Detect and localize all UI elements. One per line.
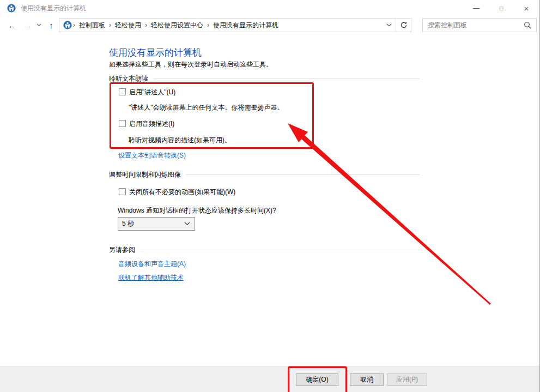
address-bar[interactable]: › 控制面板 › 轻松使用 › 轻松使用设置中心 › 使用没有显示的计算机 — [59, 18, 411, 32]
cancel-button[interactable]: 取消 — [350, 373, 384, 386]
window-title: 使用没有显示的计算机 — [21, 4, 86, 13]
animations-checkbox-row: 关闭所有不必要的动画(如果可能)(W) — [119, 188, 235, 197]
breadcrumb-chevron-icon: › — [144, 21, 148, 29]
forward-icon: → — [24, 21, 32, 30]
annotation-arrow — [0, 0, 540, 392]
maximize-button[interactable]: □ — [489, 0, 514, 16]
ease-of-access-icon — [7, 4, 16, 13]
section-hear-text: 聆听文本朗读 — [109, 74, 420, 83]
chevron-down-icon — [37, 23, 41, 27]
control-panel-window: 使用没有显示的计算机 — □ × ← → ↑ › 控制面板 › 轻松使用 › 轻… — [0, 0, 540, 392]
window-controls: — □ × — [464, 0, 539, 16]
search-box — [422, 18, 537, 32]
audio-description-checkbox-row: 启用音频描述(I) — [119, 119, 174, 129]
breadcrumb-chevron-icon: › — [72, 21, 76, 29]
forward-button[interactable]: → — [21, 18, 35, 32]
narrator-checkbox[interactable] — [119, 88, 126, 95]
animations-checkbox-label[interactable]: 关闭所有不必要的动画(如果可能)(W) — [129, 188, 235, 197]
section-see-also-header: 另请参阅 — [109, 245, 135, 255]
animations-checkbox[interactable] — [119, 188, 126, 195]
breadcrumb-item-ease-of-access[interactable]: 轻松使用 — [112, 21, 144, 30]
search-input[interactable] — [423, 21, 524, 29]
ease-of-access-icon — [63, 21, 72, 29]
section-hear-text-header: 聆听文本朗读 — [109, 74, 148, 83]
breadcrumb-chevron-icon: › — [108, 21, 112, 29]
refresh-button[interactable] — [396, 19, 411, 32]
maximize-icon: □ — [500, 5, 503, 11]
minimize-button[interactable]: — — [464, 0, 489, 16]
chevron-down-icon — [386, 23, 392, 27]
minimize-icon: — — [473, 4, 480, 12]
audio-devices-link[interactable]: 音频设备和声音主题(A) — [118, 260, 186, 269]
text-to-speech-link[interactable]: 设置文本到语音转换(S) — [118, 151, 186, 160]
close-icon: × — [524, 4, 529, 13]
audio-description-checkbox-label[interactable]: 启用音频描述(I) — [129, 119, 174, 129]
recent-pages-button[interactable] — [35, 18, 43, 32]
section-time-limits-header: 调整时间限制和闪烁图像 — [109, 170, 181, 179]
notification-duration-value: 5 秒 — [118, 219, 184, 228]
up-icon: ↑ — [49, 21, 53, 30]
search-icon — [524, 21, 532, 29]
notification-duration-question: Windows 通知对话框的打开状态应该保持多长时间(X)? — [118, 206, 276, 215]
section-divider — [140, 250, 420, 250]
ok-button[interactable]: 确定(O) — [296, 373, 338, 386]
audio-description-checkbox[interactable] — [119, 120, 126, 127]
assistive-technologies-online-link[interactable]: 联机了解其他辅助技术 — [118, 273, 184, 282]
footer-bar — [0, 366, 539, 392]
up-button[interactable]: ↑ — [45, 18, 58, 32]
apply-button[interactable]: 应用(P) — [387, 373, 427, 386]
section-time-limits: 调整时间限制和闪烁图像 — [109, 170, 420, 179]
title-bar: 使用没有显示的计算机 — □ × — [0, 0, 539, 16]
breadcrumb-item-current-page[interactable]: 使用没有显示的计算机 — [210, 21, 281, 30]
refresh-icon — [400, 21, 408, 29]
page-title: 使用没有显示的计算机 — [109, 46, 202, 59]
breadcrumb-item-ease-of-access-center[interactable]: 轻松使用设置中心 — [148, 21, 206, 30]
back-icon: ← — [8, 21, 16, 30]
section-divider — [186, 174, 420, 175]
narrator-checkbox-label[interactable]: 启用"讲述人"(U) — [129, 88, 175, 97]
section-see-also: 另请参阅 — [109, 245, 420, 255]
page-subtitle: 如果选择这些工具，则在每次登录时自动启动这些工具。 — [109, 60, 272, 69]
close-button[interactable]: × — [514, 0, 539, 16]
back-button[interactable]: ← — [4, 18, 20, 32]
narrator-checkbox-row: 启用"讲述人"(U) — [119, 88, 175, 97]
section-divider — [153, 79, 420, 79]
chevron-down-icon — [184, 222, 190, 226]
notification-duration-select[interactable]: 5 秒 — [118, 217, 195, 231]
audio-description-description: 聆听对视频内容的描述(如果可用)。 — [129, 136, 231, 145]
breadcrumb-chevron-icon: › — [206, 21, 210, 29]
narrator-description: "讲述人"会朗读屏幕上的任何文本。你将需要扬声器。 — [129, 103, 284, 112]
address-dropdown-button[interactable] — [383, 19, 396, 32]
breadcrumb-item-control-panel[interactable]: 控制面板 — [76, 21, 108, 30]
